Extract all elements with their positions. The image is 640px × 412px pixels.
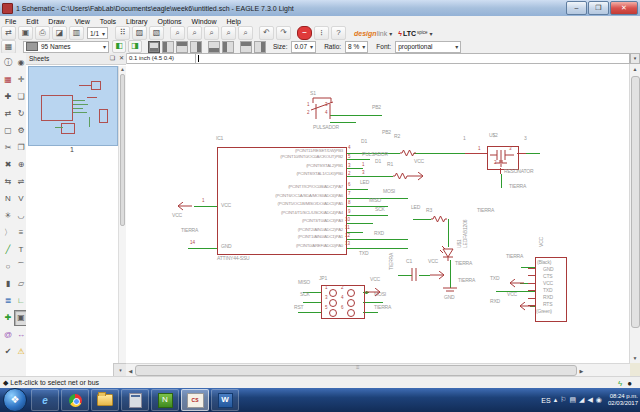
header-pin-circle[interactable]: [347, 309, 355, 317]
resistor-symbol[interactable]: [393, 172, 409, 181]
move-tool[interactable]: ✚: [1, 89, 15, 105]
schematic-net-wire[interactable]: [413, 219, 431, 220]
header-pin-circle[interactable]: [329, 289, 337, 297]
component-outline[interactable]: [321, 285, 365, 319]
schematic-net-wire[interactable]: [346, 215, 388, 216]
supply-arrow-symbol[interactable]: [510, 279, 525, 288]
orientation-6-icon[interactable]: [240, 41, 252, 53]
start-button[interactable]: ❖: [3, 388, 27, 412]
scroll-left-icon[interactable]: ◀: [126, 368, 135, 374]
schematic-canvas[interactable]: S1PULSADORPB2IC1ATTINY44-SSUVCCTIERRAD1P…: [126, 64, 630, 363]
supply-arrow-symbol[interactable]: [520, 302, 535, 311]
pushbutton-symbol[interactable]: [309, 96, 335, 122]
menu-item-tools[interactable]: Tools: [95, 18, 121, 25]
menu-item-options[interactable]: Options: [152, 18, 186, 25]
schematic-label[interactable]: TXD: [359, 250, 368, 256]
schematic-pin-wire[interactable]: [528, 268, 535, 269]
schematic-net-wire[interactable]: [448, 219, 449, 247]
schematic-label[interactable]: VCC: [221, 202, 231, 208]
schematic-label[interactable]: VCC: [370, 276, 380, 282]
schematic-label[interactable]: VCC: [414, 158, 424, 164]
header-pin-circle[interactable]: [329, 309, 337, 317]
schematic-pin-wire[interactable]: [528, 283, 535, 284]
attribute-tool[interactable]: @: [1, 327, 15, 343]
horizontal-scroll-thumb[interactable]: [135, 365, 577, 376]
cut-tool[interactable]: ✂: [1, 140, 15, 156]
schematic-net-wire[interactable]: [346, 159, 370, 160]
pinswap-tool[interactable]: ⇆: [1, 174, 15, 190]
schematic-label[interactable]: LED: [411, 204, 420, 210]
supply-arrow-symbol[interactable]: [409, 172, 424, 181]
layer-dropdown[interactable]: 95 Names: [23, 41, 109, 53]
schematic-net-wire[interactable]: [414, 153, 465, 154]
schematic-label[interactable]: C1: [406, 258, 412, 264]
name-tool[interactable]: N: [1, 191, 15, 207]
schematic-label[interactable]: PB2: [382, 129, 391, 135]
schematic-label[interactable]: GND: [444, 294, 455, 300]
schematic-net-wire[interactable]: [346, 168, 363, 169]
schematic-label[interactable]: TIERRA: [181, 227, 198, 233]
schematic-label[interactable]: PB2: [372, 104, 381, 110]
minimize-button[interactable]: –: [566, 1, 587, 15]
ratio-dropdown[interactable]: 8 %: [345, 41, 368, 53]
schematic-label[interactable]: MOSI: [383, 188, 395, 194]
group-tool[interactable]: ▢: [1, 123, 15, 139]
schematic-label[interactable]: ATTINY44-SSU: [217, 255, 250, 261]
schematic-label[interactable]: 1: [463, 135, 466, 141]
schematic-label[interactable]: IC1: [216, 135, 223, 141]
schematic-net-wire[interactable]: [346, 189, 368, 190]
supply-arrow-symbol[interactable]: [366, 288, 381, 297]
schematic-label[interactable]: RESONATOR: [504, 168, 533, 174]
command-input[interactable]: [196, 53, 630, 64]
schematic-label[interactable]: U$2: [489, 132, 498, 138]
schematic-pin-wire[interactable]: [465, 153, 487, 154]
redo-icon[interactable]: ↷: [276, 26, 291, 40]
resonator-symbol[interactable]: [488, 147, 516, 167]
schematic-label[interactable]: PULSADOR: [362, 151, 388, 157]
restore-button[interactable]: ❐: [588, 1, 609, 15]
taskbar-app-calculator[interactable]: [121, 389, 149, 411]
scroll-right-icon[interactable]: ▶: [577, 368, 586, 374]
schematic-net-wire[interactable]: [346, 223, 373, 224]
scroll-down-icon[interactable]: ▼: [630, 353, 640, 363]
schematic-net-wire[interactable]: [363, 302, 383, 303]
schematic-label[interactable]: VCC: [543, 280, 553, 286]
zoom-redraw-icon[interactable]: ⌕: [221, 26, 236, 40]
language-indicator[interactable]: ES: [541, 397, 550, 404]
schematic-label[interactable]: TIERRA: [458, 277, 475, 283]
menu-item-view[interactable]: View: [70, 18, 95, 25]
tray-power-icon[interactable]: ◉: [596, 396, 602, 404]
menu-item-help[interactable]: Help: [222, 18, 246, 25]
sheets-panel-header[interactable]: Sheets ❏ ✕: [26, 53, 126, 65]
schematic-label[interactable]: R2: [394, 133, 400, 139]
schematic-label[interactable]: RST: [294, 304, 303, 310]
schematic-label[interactable]: RTS: [543, 301, 552, 307]
schematic-label[interactable]: LED: [360, 179, 369, 185]
size-dropdown[interactable]: 0.07: [291, 41, 316, 53]
help-icon[interactable]: ?: [331, 26, 346, 40]
schematic-label[interactable]: TXD: [490, 275, 499, 281]
schematic-label[interactable]: VCC: [172, 212, 182, 218]
schematic-label[interactable]: PULSADOR: [313, 124, 339, 130]
schematic-label-vertical[interactable]: LEDFAB1206: [462, 220, 468, 248]
zoom-out-icon[interactable]: ⌕: [204, 26, 219, 40]
schematic-net-wire[interactable]: [303, 302, 321, 303]
schematic-label[interactable]: (Black): [537, 259, 551, 265]
schematic-net-wire[interactable]: [330, 122, 356, 123]
schematic-net-wire[interactable]: [346, 239, 408, 240]
tray-monitor-icon[interactable]: ▤: [569, 396, 576, 404]
sheet-selector-dropdown[interactable]: 1/1: [87, 27, 108, 39]
schematic-label[interactable]: MISO: [369, 197, 381, 203]
vertical-scroll-thumb[interactable]: [631, 76, 640, 328]
open-board-icon[interactable]: ⇄: [1, 26, 16, 40]
zoom-fit-icon[interactable]: ⌕: [170, 26, 185, 40]
use-library-icon[interactable]: ⠿: [115, 26, 130, 40]
schematic-label[interactable]: SCK: [300, 291, 310, 297]
orientation-7-icon[interactable]: [254, 41, 266, 53]
schematic-label[interactable]: 3: [524, 135, 527, 141]
xref-net-icon[interactable]: ◧: [112, 40, 126, 53]
schematic-label[interactable]: RXD: [543, 294, 553, 300]
save-icon[interactable]: ▣: [18, 26, 33, 40]
sheet-thumbnail[interactable]: [28, 66, 118, 146]
undo-icon[interactable]: ↶: [259, 26, 274, 40]
